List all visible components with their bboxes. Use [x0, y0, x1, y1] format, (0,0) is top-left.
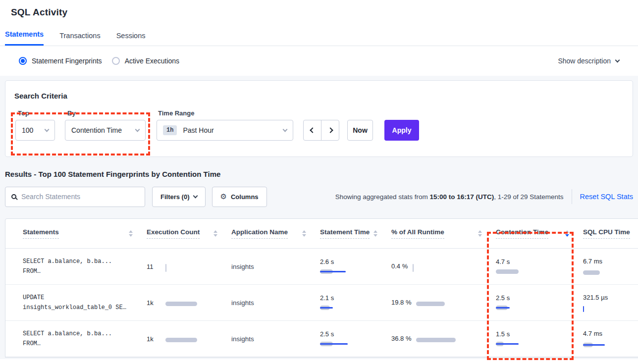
header-statements[interactable]: Statements	[23, 228, 147, 239]
sort-icon	[129, 230, 133, 237]
chevron-right-icon	[327, 127, 333, 133]
runtime-pct-cell: 36.8 %	[391, 334, 496, 344]
aggregated-stats-text: Showing aggregated stats from 15:00 to 1…	[335, 193, 564, 201]
value-bar	[416, 336, 456, 344]
radio-label: Active Executions	[125, 57, 180, 65]
top-select[interactable]: 100	[15, 120, 55, 141]
statement-cell[interactable]: SELECT a.balance, b.ba... FROM…	[23, 329, 147, 349]
results-heading: Results - Top 100 Statement Fingerprints…	[5, 170, 633, 178]
chevron-down-icon	[135, 127, 140, 132]
search-statements-box	[5, 187, 145, 207]
execution-count-cell: 11	[147, 261, 231, 271]
statement-cell[interactable]: SELECT a.balance, b.ba... FROM…	[23, 257, 147, 276]
gear-icon: ⚙	[220, 192, 227, 201]
table-row[interactable]: SELECT a.balance, b.ba... FROM… 1k insig…	[5, 321, 638, 357]
radio-statement-fingerprints[interactable]: Statement Fingerprints	[19, 57, 102, 65]
value-bar	[165, 336, 197, 344]
value-bar	[496, 304, 510, 312]
page-title: SQL Activity	[0, 0, 638, 18]
contention-time-cell: 1.5 s	[496, 330, 583, 348]
apply-button[interactable]: Apply	[384, 120, 419, 141]
value-bar	[583, 269, 600, 276]
show-description-label: Show description	[558, 57, 611, 65]
execution-count-cell: 1k	[147, 334, 231, 344]
radio-active-executions[interactable]: Active Executions	[112, 57, 180, 65]
search-criteria-card: Search Criteria Top 100 By Contention Ti…	[5, 80, 633, 157]
header-application-name[interactable]: Application Name	[231, 228, 320, 239]
show-description-toggle[interactable]: Show description	[558, 57, 619, 65]
statement-time-cell: 2.1 s	[320, 294, 391, 312]
view-toggle-row: Statement Fingerprints Active Executions…	[0, 46, 638, 76]
value-bar	[320, 268, 346, 275]
table-row[interactable]: UPDATE insights_workload_table_0 SE… 1k …	[5, 285, 638, 321]
header-statement-time[interactable]: Statement Time	[320, 228, 391, 239]
value-bar	[583, 305, 585, 312]
sql-activity-page: SQL Activity Statements Transactions Ses…	[0, 0, 638, 364]
value-bar	[165, 264, 167, 271]
statement-time-cell: 2.5 s	[320, 330, 391, 348]
filters-button[interactable]: Filters (0)	[152, 187, 206, 207]
table-row[interactable]: SELECT a.balance, b.ba... FROM… 11 insig…	[5, 249, 638, 285]
chevron-down-icon	[193, 194, 198, 199]
time-range-select[interactable]: 1h Past Hour	[157, 120, 293, 141]
by-label: By	[67, 109, 76, 117]
time-range-value: Past Hour	[183, 126, 213, 134]
header-execution-count[interactable]: Execution Count	[147, 228, 231, 239]
execution-count-cell: 1k	[147, 298, 231, 308]
top-select-value: 100	[22, 126, 33, 134]
contention-time-cell: 4.7 s	[496, 258, 583, 275]
sort-icon	[478, 230, 482, 237]
by-select-value: Contention Time	[71, 126, 122, 134]
statement-time-cell: 2.6 s	[320, 258, 391, 275]
content-area: Search Criteria Top 100 By Contention Ti…	[0, 76, 638, 359]
previous-time-button[interactable]	[304, 120, 321, 140]
next-time-button[interactable]	[321, 120, 339, 140]
table-header-row: Statements Execution Count Application N…	[5, 219, 638, 249]
sql-cpu-time-cell: 4.7 ms	[583, 329, 638, 349]
top-label: Top	[18, 109, 29, 117]
tab-sessions[interactable]: Sessions	[116, 32, 146, 46]
search-statements-input[interactable]	[21, 193, 139, 201]
value-bar	[416, 300, 445, 308]
search-icon	[11, 194, 16, 199]
by-select[interactable]: Contention Time	[65, 120, 146, 141]
time-range-badge: 1h	[163, 125, 177, 135]
columns-label: Columns	[231, 193, 259, 201]
filters-label: Filters (0)	[160, 193, 190, 201]
header-contention-time[interactable]: Contention Time	[496, 228, 583, 239]
radio-label: Statement Fingerprints	[32, 57, 102, 65]
chevron-down-icon	[615, 58, 620, 63]
statement-cell[interactable]: UPDATE insights_workload_table_0 SE…	[23, 293, 147, 312]
radio-unselected-icon	[112, 57, 120, 65]
page-header: SQL Activity Statements Transactions Ses…	[0, 0, 638, 46]
header-runtime-pct[interactable]: % of All Runtime	[391, 228, 496, 239]
now-button[interactable]: Now	[347, 120, 373, 141]
time-range-label: Time Range	[158, 109, 194, 117]
sort-icon-active	[565, 230, 569, 237]
value-bar	[320, 304, 333, 312]
chevron-down-icon	[45, 127, 50, 132]
application-name-cell: insights	[231, 299, 254, 307]
header-sql-cpu-time[interactable]: SQL CPU Time	[583, 228, 638, 239]
tab-statements[interactable]: Statements	[5, 30, 44, 46]
radio-selected-icon	[19, 57, 27, 65]
value-bar	[413, 264, 415, 271]
value-bar	[165, 300, 197, 308]
runtime-pct-cell: 0.4 %	[391, 261, 496, 271]
runtime-pct-cell: 19.8 %	[391, 298, 496, 308]
tab-bar: Statements Transactions Sessions	[5, 30, 638, 46]
value-bar	[583, 341, 605, 349]
time-nav-group	[303, 120, 339, 141]
reset-sql-stats-link[interactable]: Reset SQL Stats	[572, 189, 633, 204]
value-bar	[496, 268, 519, 275]
statements-table: Statements Execution Count Application N…	[5, 218, 638, 358]
sql-cpu-time-cell: 321.5 µs	[583, 293, 638, 312]
contention-time-cell: 2.5 s	[496, 294, 583, 312]
search-criteria-title: Search Criteria	[14, 92, 67, 100]
tab-transactions[interactable]: Transactions	[59, 32, 100, 46]
value-bar	[496, 340, 519, 348]
stats-time-range: 15:00 to 16:17 (UTC)	[429, 193, 494, 201]
columns-button[interactable]: ⚙ Columns	[212, 187, 267, 207]
chevron-left-icon	[310, 127, 315, 133]
application-name-cell: insights	[231, 263, 254, 270]
